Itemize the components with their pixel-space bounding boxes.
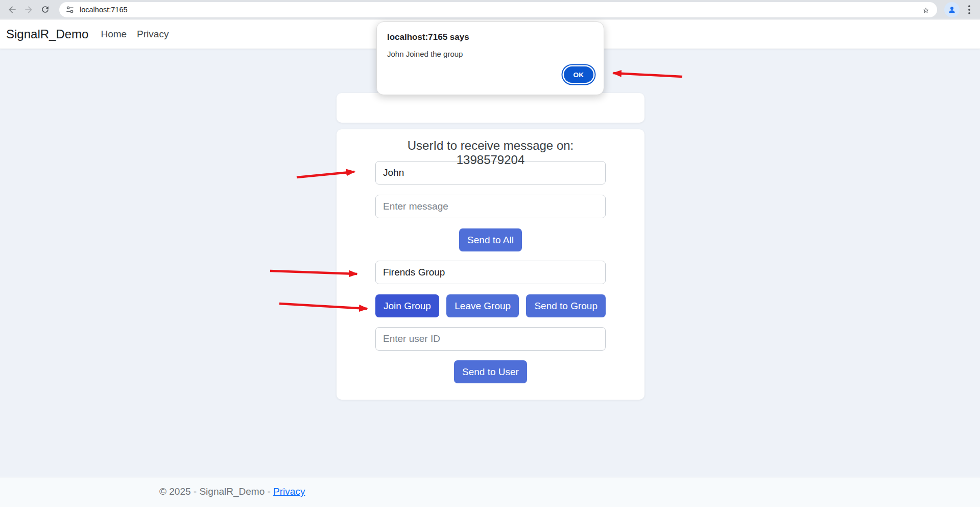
back-button[interactable]: [4, 2, 20, 18]
profile-avatar[interactable]: [944, 2, 960, 17]
alert-ok-button[interactable]: OK: [564, 66, 593, 83]
nav-link-home[interactable]: Home: [101, 29, 127, 40]
send-to-user-button[interactable]: Send to User: [454, 360, 527, 383]
nav-link-privacy[interactable]: Privacy: [137, 29, 169, 40]
leave-group-button[interactable]: Leave Group: [446, 294, 519, 317]
browser-toolbar: localhost:7165: [0, 0, 980, 19]
userid-title: UserId to receive message on: 1398579204: [375, 139, 606, 153]
site-info-icon[interactable]: [65, 5, 75, 14]
user-icon: [947, 5, 957, 14]
message-panel: UserId to receive message on: 1398579204…: [337, 129, 644, 400]
send-to-group-button[interactable]: Send to Group: [526, 294, 606, 317]
url-text[interactable]: localhost:7165: [80, 6, 128, 14]
brand-link[interactable]: SignalR_Demo: [6, 27, 88, 41]
empty-card: [337, 93, 644, 123]
copyright-text: © 2025 - SignalR_Demo -: [159, 486, 271, 497]
footer-privacy-link[interactable]: Privacy: [273, 486, 305, 497]
join-group-button[interactable]: Join Group: [375, 294, 439, 317]
page-footer: © 2025 - SignalR_Demo - Privacy: [0, 477, 980, 507]
arrow-to-ok-button: [613, 73, 682, 77]
alert-source-title: localhost:7165 says: [387, 32, 593, 42]
bookmark-star-icon[interactable]: [921, 5, 931, 15]
back-arrow-icon: [7, 5, 17, 15]
refresh-button[interactable]: [37, 2, 53, 18]
message-input[interactable]: [375, 195, 606, 218]
refresh-icon: [40, 5, 50, 14]
forward-arrow-icon: [23, 5, 34, 15]
menu-kebab-icon[interactable]: [963, 2, 976, 17]
browser-alert-dialog: localhost:7165 says John Joined the grou…: [376, 21, 604, 95]
alert-message: John Joined the group: [387, 50, 593, 58]
url-bar[interactable]: localhost:7165: [59, 2, 937, 17]
user-id-input[interactable]: [375, 327, 606, 351]
forward-button[interactable]: [20, 2, 37, 18]
send-to-all-button[interactable]: Send to All: [459, 228, 522, 251]
group-name-input[interactable]: [375, 261, 606, 284]
